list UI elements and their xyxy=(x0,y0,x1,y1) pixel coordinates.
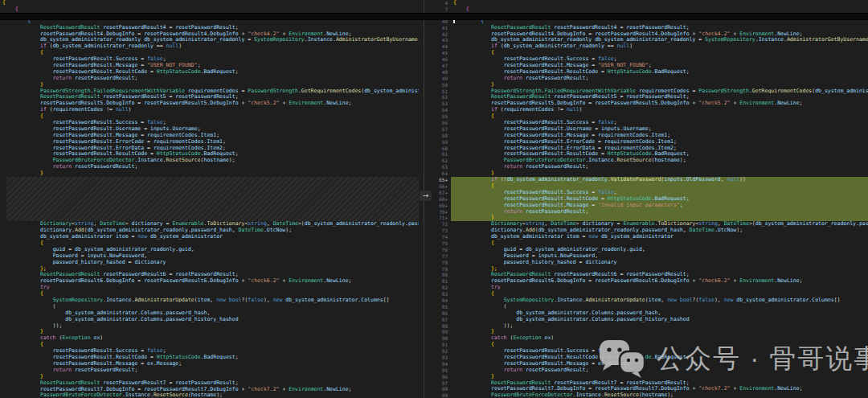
code-text: resetPasswordResult.Message = requiremen… xyxy=(0,133,419,139)
code-text: return resetPasswordResult; xyxy=(0,76,419,82)
code-line: 63 return resetPasswordResult; xyxy=(432,164,868,170)
code-line: ResetPasswordResult resetPasswordResult6… xyxy=(0,272,419,278)
code-line: resetPasswordResult.ResultCode = HttpSta… xyxy=(0,355,419,361)
code-line: 78 password_history_hashed = dictionary xyxy=(432,260,868,266)
code-text: } xyxy=(451,170,868,177)
line-number: 67+ xyxy=(432,190,451,196)
code-text: ResetPasswordResult resetPasswordResult6… xyxy=(0,272,419,278)
code-line: resetPasswordResult.ErrorCode = requirem… xyxy=(0,139,419,146)
code-text: resetPasswordResult.ErrorCode = requirem… xyxy=(451,139,868,146)
code-text: ResetPasswordResult resetPasswordResult4… xyxy=(0,25,419,31)
code-text: } xyxy=(0,82,419,88)
code-line: }; xyxy=(0,266,419,273)
code-text: db_system_administrator_readonly db_syst… xyxy=(0,37,419,43)
wechat-watermark: 公众号 · 骨哥说事 xyxy=(599,336,868,381)
code-line: 87 db_system_administrator.Columns.passw… xyxy=(432,317,868,323)
code-line: 59 resetPasswordResult.ErrorCode = requi… xyxy=(432,139,868,146)
code-line: resetPasswordResult.Success = false; xyxy=(0,348,419,355)
line-number: 99 xyxy=(432,392,451,398)
code-line: } xyxy=(0,374,419,380)
code-text: resetPasswordResult.Message = "Invalid i… xyxy=(451,203,868,209)
line-number: 89 xyxy=(432,329,451,335)
code-line: 60 resetPasswordResult.ErrorData = requi… xyxy=(432,146,868,152)
code-text: PasswordBruteForceDetector.Instance.Rese… xyxy=(0,158,419,164)
code-text: resetPasswordResult.ErrorData = requirem… xyxy=(451,146,868,152)
code-text: ResetPasswordResult resetPasswordResult4… xyxy=(451,25,868,31)
code-line: 48 resetPasswordResult.ResultCode = Http… xyxy=(432,69,868,76)
code-line: 66+ { xyxy=(432,183,868,190)
code-line: ResetPasswordResult resetPasswordResult4… xyxy=(0,25,419,31)
code-text: guid = db_system_administrator_readonly.… xyxy=(451,247,868,253)
code-line: { xyxy=(0,240,419,247)
line-number: 48 xyxy=(432,69,451,76)
code-line: 74 db_system_administrator item = new db… xyxy=(432,234,868,240)
code-text: resetPasswordResult.ErrorData = requirem… xyxy=(0,146,419,152)
code-line: 50 } xyxy=(432,82,868,88)
code-line: 71+ } xyxy=(432,215,868,221)
code-line: { xyxy=(0,342,419,348)
line-number: 43 xyxy=(432,37,451,43)
line-number: 54 xyxy=(432,107,451,113)
code-line: } xyxy=(0,329,419,335)
code-text: resetPasswordResult.Success = false; xyxy=(451,120,868,126)
code-line: catch (Exception ex) xyxy=(0,335,419,342)
line-number: 74 xyxy=(432,234,451,240)
line-number: 93 xyxy=(432,355,451,361)
line-number: 45 xyxy=(432,50,451,56)
code-line: db_system_administrator.Columns.password… xyxy=(0,310,419,317)
line-number: 49 xyxy=(432,76,451,82)
line-number: 97 xyxy=(432,380,451,387)
code-text: resetPasswordResult.ResultCode = HttpSta… xyxy=(451,196,868,203)
line-number: 60 xyxy=(432,146,451,152)
code-text: resetPasswordResult.Success = false; xyxy=(0,348,419,355)
line-number: 77 xyxy=(432,253,451,260)
line-number: 69+ xyxy=(432,203,451,209)
code-text: resetPasswordResult4.DebugInfo = resetPa… xyxy=(451,31,868,38)
code-line: 88 )); xyxy=(432,323,868,330)
code-line: 62 PasswordBruteForceDetector.Instance.R… xyxy=(432,158,868,164)
code-text: resetPasswordResult.ResultCode = HttpSta… xyxy=(0,355,419,361)
line-number: 57 xyxy=(432,126,451,133)
code-text: resetPasswordResult.Success = false; xyxy=(0,56,419,63)
line-number: 73 xyxy=(432,228,451,234)
code-text: ( xyxy=(0,304,419,310)
code-text: resetPasswordResult.ErrorCode = requirem… xyxy=(0,139,419,146)
code-text: }; xyxy=(451,266,868,273)
line-number: 68+ xyxy=(432,196,451,203)
code-text: if (db_system_administrator_readonly == … xyxy=(0,43,419,50)
code-line: Password = inputs.NewPassword, xyxy=(0,253,419,260)
code-text: { xyxy=(451,183,868,190)
diff-editor-left-pane[interactable]: { { { ResetPasswordResult resetPasswordR… xyxy=(0,0,420,398)
code-line: password_history_hashed = dictionary xyxy=(0,260,419,266)
line-number: 50 xyxy=(432,82,451,88)
code-line: 53 resetPasswordResult5.DebugInfo = rese… xyxy=(432,101,868,107)
line-number: 72 xyxy=(432,221,451,228)
code-text: try xyxy=(0,285,419,291)
code-line: 56 resetPasswordResult.Success = false; xyxy=(432,120,868,126)
code-line: 43 db_system_administrator_readonly db_s… xyxy=(432,37,868,43)
line-number: 80 xyxy=(432,272,451,278)
line-number: 56 xyxy=(432,120,451,126)
line-number: 66+ xyxy=(432,183,451,190)
code-line: { xyxy=(0,6,419,13)
code-line: 7 { xyxy=(432,6,868,13)
code-line: { xyxy=(0,113,419,120)
code-line: 72 Dictionary<string, DateTime> dictiona… xyxy=(432,221,868,228)
code-text: dictionary.Add(db_system_administrator_r… xyxy=(0,228,419,234)
line-number: 95 xyxy=(432,367,451,374)
code-text: password_history_hashed = dictionary xyxy=(0,260,419,266)
apply-diff-arrow-button[interactable]: → xyxy=(420,191,432,201)
code-text: return resetPasswordResult; xyxy=(451,76,868,82)
line-number: 53 xyxy=(432,101,451,107)
line-number: 86 xyxy=(432,310,451,317)
code-text: resetPasswordResult.Message = "USER_NOT_… xyxy=(451,63,868,69)
code-line: 76 guid = db_system_administrator_readon… xyxy=(432,247,868,253)
code-text: SystemRepository.Instance.AdministratorU… xyxy=(0,297,419,304)
code-text: { xyxy=(451,291,868,297)
code-line: PasswordBruteForceDetector.Instance.Rese… xyxy=(0,392,419,398)
code-line: 68+ resetPasswordResult.ResultCode = Htt… xyxy=(432,196,868,203)
line-number: 71+ xyxy=(432,215,451,221)
line-number: 41 xyxy=(432,25,451,31)
code-text: ResetPasswordResult resetPasswordResult6… xyxy=(451,272,868,278)
code-line: 83 { xyxy=(432,291,868,297)
